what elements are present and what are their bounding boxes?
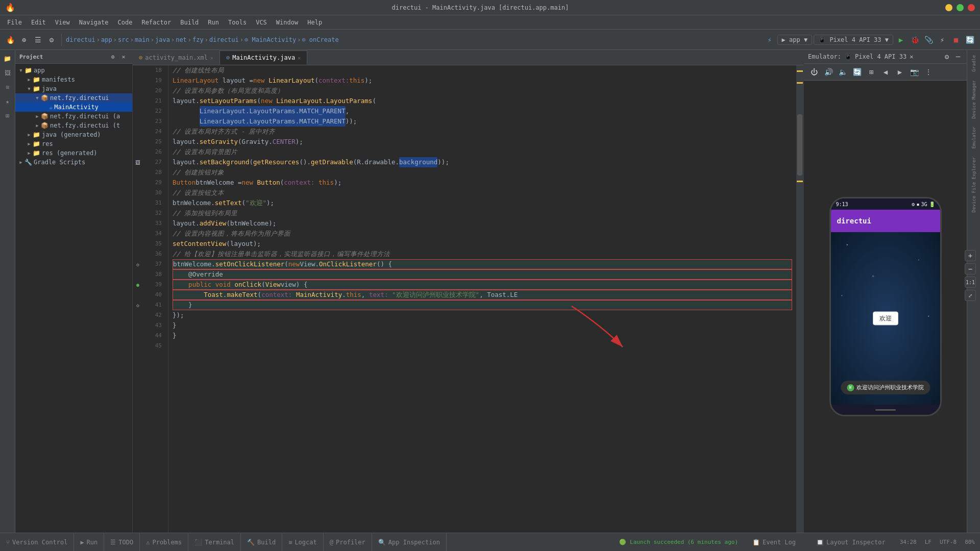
sidebar-project-icon[interactable]: 📁	[1, 52, 14, 65]
tree-item-res[interactable]: ▶ 📁 res	[15, 139, 132, 148]
emulator-close-icon[interactable]: ✕	[910, 53, 913, 60]
right-tab-device-file[interactable]: Device File Explorer	[968, 154, 979, 215]
breadcrumb-app[interactable]: app	[101, 36, 112, 43]
bottom-tab-profiler[interactable]: @ Profiler	[324, 533, 372, 551]
breadcrumb-fzy[interactable]: fzy	[192, 36, 204, 43]
gutter-32	[133, 208, 143, 218]
bottom-tab-app-inspection[interactable]: 🔍 App Inspection	[372, 533, 447, 551]
right-tab-device-manager[interactable]: Device Manager	[968, 77, 979, 122]
breadcrumb-src[interactable]: src	[118, 36, 129, 43]
minimize-button[interactable]: ─	[945, 4, 952, 11]
breadcrumb-oncreate[interactable]: ⊙ onCreate	[302, 36, 338, 43]
phone-welcome-button[interactable]: 欢迎	[873, 312, 898, 325]
scroll-indicator[interactable]	[796, 65, 803, 533]
tree-item-java-gen[interactable]: ▶ 📁 java (generated)	[15, 130, 132, 139]
emulator-settings-icon[interactable]: ⚙	[942, 52, 951, 61]
emulator-forward-icon[interactable]: ▶	[894, 66, 906, 78]
bottom-tab-todo[interactable]: ☰ TODO	[104, 533, 140, 551]
tab-mainactivity-java[interactable]: ⊙ MainActivity.java ✕	[220, 51, 307, 65]
project-panel-hide-icon[interactable]: ✕	[119, 52, 128, 61]
tree-item-app[interactable]: ▼ 📁 app	[15, 66, 132, 75]
menu-edit[interactable]: Edit	[27, 17, 50, 28]
menu-vcs[interactable]: VCS	[252, 17, 271, 28]
menu-view[interactable]: View	[51, 17, 74, 28]
zoom-out-button[interactable]: −	[965, 263, 976, 274]
emulator-rotate-icon[interactable]: 🔄	[851, 66, 863, 78]
sidebar-bookmarks-icon[interactable]: ★	[1, 95, 14, 108]
toolbar-debug-icon[interactable]: 🐞	[909, 34, 921, 46]
emulator-more-icon[interactable]: ⋮	[922, 66, 935, 78]
phone-home-indicator[interactable]	[875, 409, 896, 411]
toolbar-add-icon[interactable]: ⊕	[18, 34, 30, 46]
breadcrumb-main[interactable]: main	[135, 36, 150, 43]
menu-refactor[interactable]: Refactor	[137, 17, 175, 28]
maximize-button[interactable]: □	[957, 4, 964, 11]
sidebar-variants-icon[interactable]: ⊞	[1, 109, 14, 122]
tab-close-activity-main[interactable]: ✕	[210, 55, 213, 61]
right-tab-emulator[interactable]: Emulator	[968, 123, 979, 152]
emulator-back-icon[interactable]: ◀	[879, 66, 892, 78]
bottom-tab-problems[interactable]: ⚠ Problems	[140, 533, 188, 551]
device-dropdown[interactable]: 📱 Pixel 4 API 33 ▼	[814, 35, 893, 45]
toolbar-fire-icon[interactable]: 🔥	[4, 34, 16, 46]
emulator-power-icon[interactable]: ⏻	[808, 66, 820, 78]
tab-activity-main-xml[interactable]: ⊙ activity_main.xml ✕	[133, 51, 220, 65]
toolbar-attach-icon[interactable]: 📎	[922, 34, 935, 46]
bottom-tab-logcat[interactable]: ≡ Logcat	[282, 533, 324, 551]
toolbar-sync-icon[interactable]: 🔄	[964, 34, 976, 46]
toolbar-stop-icon[interactable]: ■	[950, 34, 962, 46]
scroll-thumb[interactable]	[797, 114, 802, 176]
project-panel-settings-icon[interactable]: ⚙	[108, 52, 117, 61]
code-content[interactable]: // 创建线性布局 LinearLayout layout = new Line…	[168, 65, 796, 533]
tree-item-res-gen[interactable]: ▶ 📁 res (generated)	[15, 148, 132, 158]
breadcrumb-mainactivity[interactable]: ⊙ MainActivity	[244, 36, 296, 43]
tree-item-package-a[interactable]: ▶ 📦 net.fzy.directui (a	[15, 112, 132, 121]
tree-item-package-main[interactable]: ▼ 📦 net.fzy.directui	[15, 93, 132, 103]
menu-code[interactable]: Code	[114, 17, 137, 28]
menu-tools[interactable]: Tools	[224, 17, 251, 28]
menu-help[interactable]: Help	[303, 17, 326, 28]
zoom-in-button[interactable]: +	[965, 250, 976, 261]
toolbar-run-icon[interactable]: ▶	[895, 34, 907, 46]
sidebar-resource-manager-icon[interactable]: 🖼	[1, 66, 14, 80]
event-log-label: Event Log	[763, 539, 796, 546]
bottom-right-event-log[interactable]: 📋 Event Log	[746, 539, 802, 546]
run-config-dropdown[interactable]: ▶ app ▼	[777, 35, 813, 45]
bottom-tab-terminal[interactable]: ⬛ Terminal	[188, 533, 241, 551]
bottom-right-layout-inspector[interactable]: 🔲 Layout Inspector	[810, 539, 892, 546]
menu-run[interactable]: Run	[204, 17, 223, 28]
menu-file[interactable]: File	[3, 17, 26, 28]
bottom-tab-version-control[interactable]: ⑂ Version Control	[0, 533, 74, 551]
emulator-screenshot-icon[interactable]: 📷	[908, 66, 920, 78]
emulator-minimize-icon[interactable]: ─	[953, 52, 963, 61]
tab-close-mainactivity[interactable]: ✕	[298, 55, 301, 61]
breadcrumb-java[interactable]: java	[155, 36, 170, 43]
tree-item-package-t[interactable]: ▶ 📦 net.fzy.directui (t	[15, 121, 132, 130]
sidebar-structure-icon[interactable]: ≋	[1, 81, 14, 94]
breadcrumb-net[interactable]: net	[176, 36, 187, 43]
right-tab-gradle[interactable]: Gradle	[968, 52, 979, 75]
tree-item-java[interactable]: ▼ 📁 java	[15, 84, 132, 93]
breadcrumb-directui[interactable]: directui	[66, 36, 95, 43]
menu-navigate[interactable]: Navigate	[75, 17, 113, 28]
phone-content[interactable]: ✦ ✦ ✦ ✦ ✦ 欢迎 W 欢迎访问泸州职业技术学院	[831, 232, 940, 405]
package-icon-a: 📦	[41, 113, 48, 120]
toolbar-run-config[interactable]: ⚡	[764, 34, 776, 46]
bottom-tab-build[interactable]: 🔨 Build	[241, 533, 282, 551]
menu-window[interactable]: Window	[272, 17, 302, 28]
tree-item-mainactivity[interactable]: ☕ MainActivity	[15, 103, 132, 112]
zoom-fit-button[interactable]: 1:1	[965, 277, 976, 288]
tree-item-gradle[interactable]: ▶ 🔧 Gradle Scripts	[15, 158, 132, 167]
breadcrumb-directui2[interactable]: directui	[209, 36, 239, 43]
menu-build[interactable]: Build	[176, 17, 203, 28]
emulator-fold-icon[interactable]: ⊞	[865, 66, 877, 78]
bottom-tab-run[interactable]: ▶ Run	[74, 533, 104, 551]
emulator-volume-down-icon[interactable]: 🔈	[837, 66, 849, 78]
close-button[interactable]: ✕	[968, 4, 975, 11]
tree-item-manifests[interactable]: ▶ 📁 manifests	[15, 75, 132, 84]
toolbar-profile-icon[interactable]: ⚡	[936, 34, 948, 46]
emulator-volume-up-icon[interactable]: 🔊	[822, 66, 835, 78]
toolbar-gear-icon[interactable]: ⚙	[45, 34, 58, 46]
toolbar-list-icon[interactable]: ☰	[32, 34, 44, 46]
zoom-expand-button[interactable]: ⤢	[965, 290, 976, 301]
